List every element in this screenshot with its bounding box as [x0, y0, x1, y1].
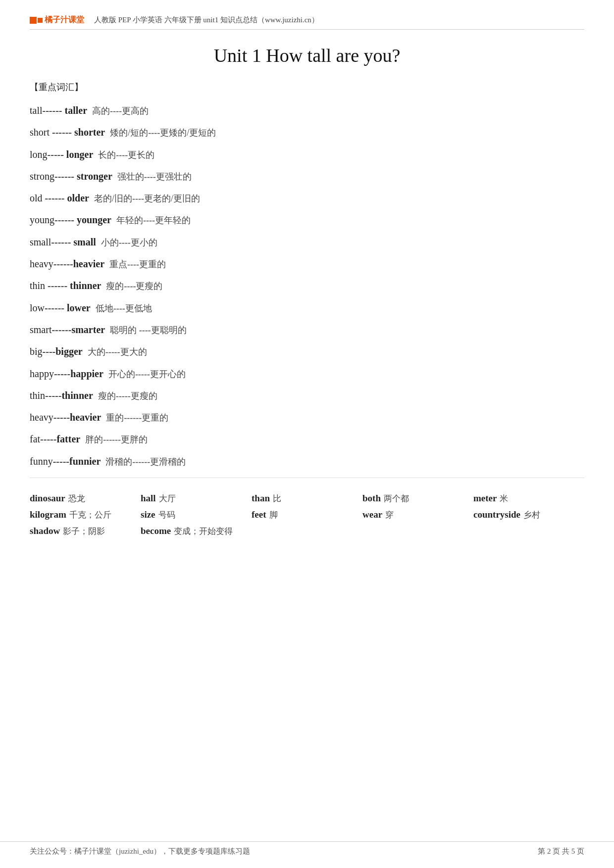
vocab-en-8: thin ------ [30, 280, 70, 291]
vocab-en-bold-14: heavier [70, 412, 101, 423]
vocab-en-13: thin----- [30, 390, 61, 401]
table-zh-0-4: 米 [500, 493, 508, 504]
table-zh-0-0: 恐龙 [68, 493, 85, 504]
vocab-zh-10: 聪明的 ----更聪明的 [110, 325, 186, 335]
table-en-2-1: become [141, 526, 171, 536]
vocab-entry-4: old ------ older老的/旧的----更老的/更旧的 [30, 190, 584, 206]
vocab-zh-6: 小的----更小的 [101, 238, 157, 247]
vocab-en-14: heavy----- [30, 412, 70, 423]
vocab-en-4: old ------ [30, 193, 67, 203]
vocab-en-bold-7: heavier [73, 258, 104, 269]
vocab-en-bold-11: bigger [55, 346, 82, 357]
table-zh-0-3: 两个都 [384, 493, 409, 504]
table-zh-1-4: 乡村 [523, 509, 540, 521]
vocab-entry-6: small------ small小的----更小的 [30, 234, 584, 250]
vocab-table-cell-0-2: than比 [252, 493, 362, 504]
vocab-table-cell-0-1: hall大厅 [141, 493, 252, 504]
table-en-1-4: countryside [473, 509, 520, 520]
vocab-en-3: strong------ [30, 171, 77, 182]
vocab-en-bold-1: shorter [74, 127, 105, 138]
vocab-entry-15: fat-----fatter胖的------更胖的 [30, 431, 584, 447]
table-zh-1-0: 千克；公斤 [69, 509, 111, 521]
vocab-en-bold-16: funnier [69, 456, 101, 467]
vocab-en-11: big---- [30, 346, 55, 357]
vocab-entry-0: tall------ taller高的----更高的 [30, 102, 584, 119]
vocab-entry-7: heavy------heavier重点----更重的 [30, 255, 584, 272]
vocab-entry-16: funny-----funnier滑稽的------更滑稽的 [30, 453, 584, 470]
vocab-en-5: young------ [30, 214, 77, 225]
vocab-table-cell-1-2: feet脚 [252, 509, 362, 521]
vocab-zh-7: 重点----更重的 [109, 259, 166, 269]
vocab-table: dinosaur恐龙hall大厅than比both两个都meter米kilogr… [30, 493, 584, 537]
vocab-zh-15: 胖的------更胖的 [85, 434, 148, 444]
vocab-en-bold-3: stronger [77, 171, 112, 182]
vocab-zh-0: 高的----更高的 [92, 106, 149, 116]
vocab-en-bold-15: fatter [56, 434, 80, 444]
vocab-en-bold-12: happier [70, 368, 103, 379]
footer-right: 第 2 页 共 5 页 [538, 847, 584, 856]
vocab-table-cell-2-1: become变成；开始变得 [141, 526, 252, 537]
table-en-2-0: shadow [30, 526, 60, 536]
vocab-list: tall------ taller高的----更高的short ------ s… [30, 102, 584, 470]
vocab-entry-14: heavy-----heavier重的------更重的 [30, 409, 584, 426]
vocab-zh-1: 矮的/短的----更矮的/更短的 [110, 128, 216, 138]
vocab-zh-9: 低地----更低地 [96, 303, 152, 313]
vocab-entry-10: smart------smarter聪明的 ----更聪明的 [30, 321, 584, 338]
vocab-zh-4: 老的/旧的----更老的/更旧的 [94, 193, 200, 203]
vocab-entry-3: strong------ stronger强壮的----更强壮的 [30, 168, 584, 185]
table-zh-1-1: 号码 [158, 509, 175, 521]
vocab-table-cell-1-1: size号码 [141, 509, 252, 521]
page-title: Unit 1 How tall are you? [30, 45, 584, 66]
table-en-1-1: size [141, 509, 155, 520]
vocab-en-bold-5: younger [77, 214, 111, 225]
vocab-en-1: short ------ [30, 127, 74, 138]
logo-square-1 [30, 17, 37, 24]
vocab-zh-13: 瘦的-----更瘦的 [98, 391, 157, 401]
vocab-entry-8: thin ------ thinner瘦的----更瘦的 [30, 277, 584, 294]
logo: 橘子汁课堂 [30, 15, 84, 25]
header-info: 人教版 PEP 小学英语 六年级下册 unit1 知识点总结（www.juziz… [94, 15, 319, 25]
vocab-table-cell-0-3: both两个都 [362, 493, 473, 504]
vocab-zh-2: 长的----更长的 [98, 150, 154, 160]
section-label: 【重点词汇】 [30, 81, 584, 93]
footer-left: 关注公众号：橘子汁课堂（juzizhi_edu），下载更多专项题库练习题 [30, 847, 250, 856]
logo-square-2 [38, 18, 43, 23]
table-en-1-0: kilogram [30, 509, 66, 520]
vocab-table-row-1: kilogram千克；公斤size号码feet脚wear穿countryside… [30, 509, 584, 521]
vocab-en-bold-0: taller [65, 105, 88, 116]
vocab-zh-16: 滑稽的------更滑稽的 [105, 457, 186, 467]
vocab-entry-9: low------ lower低地----更低地 [30, 299, 584, 316]
table-en-0-1: hall [141, 493, 156, 504]
vocab-en-bold-13: thinner [61, 390, 93, 401]
vocab-table-cell-1-3: wear穿 [362, 509, 473, 521]
table-zh-1-2: 脚 [269, 509, 278, 521]
brand-name: 橘子汁课堂 [45, 15, 84, 25]
table-zh-0-1: 大厅 [159, 493, 176, 504]
vocab-en-7: heavy------ [30, 258, 73, 269]
vocab-en-9: low------ [30, 302, 67, 313]
vocab-en-15: fat----- [30, 434, 56, 444]
vocab-table-cell-1-0: kilogram千克；公斤 [30, 509, 141, 521]
page-footer: 关注公众号：橘子汁课堂（juzizhi_edu），下载更多专项题库练习题 第 2… [0, 841, 614, 856]
vocab-en-6: small------ [30, 237, 73, 247]
table-zh-1-3: 穿 [385, 509, 394, 521]
table-en-1-3: wear [362, 509, 382, 520]
table-en-0-0: dinosaur [30, 493, 65, 504]
vocab-zh-5: 年轻的----更年轻的 [116, 215, 191, 225]
vocab-table-row-2: shadow影子；阴影become变成；开始变得 [30, 526, 584, 537]
vocab-table-cell-0-0: dinosaur恐龙 [30, 493, 141, 504]
vocab-zh-3: 强壮的----更强壮的 [117, 172, 192, 182]
vocab-en-bold-10: smarter [71, 324, 105, 335]
vocab-zh-8: 瘦的----更瘦的 [106, 281, 162, 291]
vocab-en-16: funny----- [30, 456, 69, 467]
vocab-en-bold-6: small [73, 237, 96, 247]
vocab-en-bold-9: lower [67, 302, 91, 313]
vocab-table-cell-0-4: meter米 [473, 493, 584, 504]
vocab-entry-11: big----bigger大的-----更大的 [30, 343, 584, 360]
table-zh-2-0: 影子；阴影 [63, 526, 105, 537]
vocab-entry-2: long----- longer长的----更长的 [30, 146, 584, 163]
vocab-entry-12: happy-----happier开心的-----更开心的 [30, 365, 584, 382]
table-zh-2-1: 变成；开始变得 [174, 526, 233, 537]
page-header: 橘子汁课堂 人教版 PEP 小学英语 六年级下册 unit1 知识点总结（www… [30, 15, 584, 30]
vocab-en-12: happy----- [30, 368, 70, 379]
